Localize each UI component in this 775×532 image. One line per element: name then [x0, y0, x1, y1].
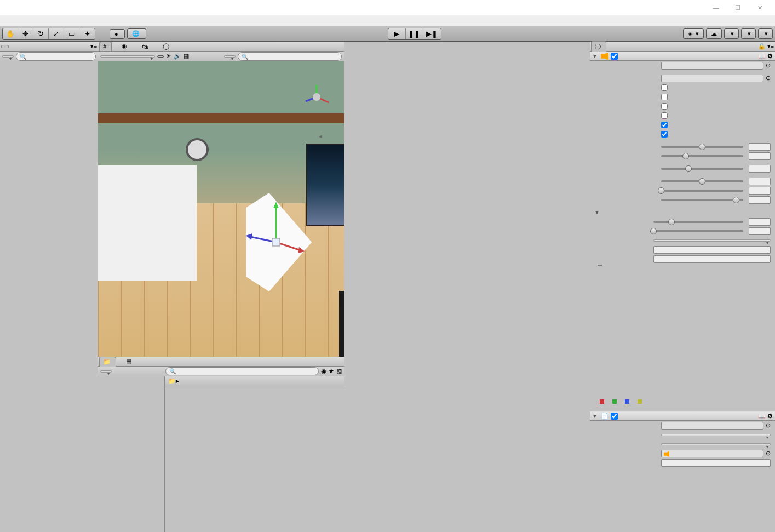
scene-element — [98, 165, 197, 281]
doppler-slider[interactable] — [653, 221, 743, 223]
project-folder-tree[interactable] — [98, 376, 165, 532]
scene-gizmos-dropdown[interactable] — [224, 55, 236, 58]
loop-checkbox[interactable] — [661, 131, 668, 138]
output-field[interactable] — [661, 75, 763, 82]
audio-curve-graph[interactable] — [590, 264, 775, 411]
min-distance-field[interactable] — [653, 246, 771, 254]
cloud-icon[interactable]: ☁ — [706, 28, 722, 39]
transform-tools: ✋ ✥ ↻ ⤢ ▭ ✦ — [2, 28, 95, 40]
project-filter-icon[interactable]: ◉ — [321, 368, 326, 375]
svg-marker-5 — [273, 202, 279, 208]
component-audio-source[interactable]: ▼ 📖 ⚙ — [590, 52, 775, 61]
layers-dropdown[interactable]: ▾ — [741, 28, 756, 39]
bypass-reverb-checkbox[interactable] — [661, 112, 668, 119]
scale-tool-icon[interactable]: ⤢ — [49, 28, 64, 39]
scene-shading-dropdown[interactable] — [100, 55, 155, 58]
account-dropdown[interactable]: ▾ — [724, 28, 739, 39]
scene-element — [98, 113, 344, 123]
tab-inspector[interactable]: ⓘ — [591, 41, 606, 52]
help-icon[interactable]: 📖 ⚙ — [758, 413, 773, 420]
rolloff-dropdown[interactable] — [653, 239, 771, 242]
component-vrc-audio-bank[interactable]: ▼📄 📖 ⚙ — [590, 411, 775, 421]
lock-icon[interactable]: 🔒 ▾≡ — [758, 43, 774, 50]
tab-hierarchy[interactable] — [1, 45, 9, 48]
project-breadcrumb[interactable]: 📁 ▸ — [165, 376, 344, 386]
play-awake-checkbox[interactable] — [661, 122, 668, 128]
playback-style-dropdown[interactable] — [661, 443, 771, 445]
pause-icon[interactable]: ❚❚ — [406, 28, 423, 39]
min-pitch-field[interactable] — [661, 459, 771, 467]
spatial-slider[interactable] — [661, 190, 743, 192]
reverb-slider[interactable] — [661, 199, 743, 201]
hierarchy-tree[interactable] — [0, 61, 98, 532]
pivot-toggle[interactable]: ● — [110, 29, 125, 39]
spatial-field[interactable] — [749, 187, 771, 195]
pitch-field[interactable] — [749, 165, 771, 173]
source-field[interactable] — [661, 450, 763, 457]
component-enable-checkbox[interactable] — [611, 413, 618, 420]
max-distance-field[interactable] — [653, 255, 771, 263]
project-search-input[interactable]: 🔍 — [165, 367, 319, 375]
volume-slider[interactable] — [661, 155, 743, 157]
menubar — [0, 15, 775, 26]
bypass-effects-checkbox[interactable] — [661, 94, 668, 100]
priority-slider[interactable] — [661, 146, 743, 148]
reverb-field[interactable] — [749, 196, 771, 204]
panel-menu-icon[interactable]: ▾≡ — [90, 43, 97, 50]
spread-slider[interactable] — [653, 230, 743, 232]
pitch-slider[interactable] — [661, 168, 743, 170]
hierarchy-create-dropdown[interactable] — [2, 55, 14, 58]
project-grid[interactable]: 📁 ▸ — [165, 376, 344, 532]
scene-element — [186, 138, 209, 161]
priority-field[interactable] — [749, 143, 771, 151]
global-toggle[interactable]: 🌐 — [127, 28, 146, 39]
play-icon[interactable]: ▶ — [388, 28, 406, 39]
hierarchy-tab-bar: ▾≡ — [0, 42, 98, 52]
spread-field[interactable] — [749, 227, 771, 235]
scene-audio-icon[interactable]: 🔊 — [174, 53, 181, 60]
move-tool-icon[interactable]: ✥ — [18, 28, 33, 39]
tab-animation[interactable]: ◯ — [159, 42, 174, 51]
rect-tool-icon[interactable]: ▭ — [64, 28, 79, 39]
hierarchy-search-input[interactable]: 🔍 — [16, 52, 96, 61]
object-picker-icon[interactable]: ⊙ — [766, 75, 771, 82]
scene-viewport[interactable]: ◂ — [98, 61, 344, 357]
tab-asset-store[interactable]: 🛍 — [139, 42, 153, 51]
hand-tool-icon[interactable]: ✋ — [3, 28, 18, 39]
component-enable-checkbox[interactable] — [611, 53, 618, 60]
stereo-slider[interactable] — [661, 180, 743, 182]
project-hidden-icon[interactable]: ▧ — [336, 368, 342, 375]
project-toolbar: 🔍 ◉ ★ ▧ — [98, 367, 344, 376]
layout-dropdown[interactable]: ▾ — [758, 28, 773, 39]
audioclip-field[interactable] — [661, 62, 763, 70]
tab-scene[interactable]: # — [99, 42, 112, 51]
transform-tool-icon[interactable]: ✦ — [79, 28, 95, 39]
step-icon[interactable]: ▶❚ — [423, 28, 441, 39]
close-icon[interactable]: ✕ — [749, 4, 771, 12]
move-gizmo-icon[interactable] — [246, 198, 306, 259]
mute-checkbox[interactable] — [661, 84, 668, 91]
bypass-listener-checkbox[interactable] — [661, 103, 668, 110]
maximize-icon[interactable]: ☐ — [727, 4, 749, 12]
tab-game[interactable]: ◉ — [118, 42, 132, 51]
playback-order-dropdown[interactable] — [661, 434, 771, 436]
tab-console[interactable]: ▤ — [123, 357, 136, 366]
scene-light-icon[interactable]: ☀ — [166, 53, 171, 60]
tab-project[interactable]: 📁 — [99, 357, 116, 367]
scene-search-input[interactable]: 🔍 — [238, 52, 342, 61]
help-icon[interactable]: 📖 ⚙ — [758, 53, 773, 60]
collab-dropdown[interactable]: ◈ ▾ — [683, 28, 704, 39]
orientation-gizmo-icon[interactable] — [300, 81, 333, 113]
project-save-icon[interactable]: ★ — [329, 368, 334, 375]
object-picker-icon[interactable]: ⊙ — [766, 62, 771, 69]
script-field — [661, 422, 763, 430]
stereo-field[interactable] — [749, 178, 771, 185]
volume-field[interactable] — [749, 152, 771, 160]
project-create-dropdown[interactable] — [100, 370, 112, 373]
scene-fx-icon[interactable]: ▦ — [183, 53, 189, 60]
rotate-tool-icon[interactable]: ↻ — [33, 28, 49, 39]
doppler-field[interactable] — [749, 218, 771, 226]
minimize-icon[interactable]: ― — [705, 4, 727, 11]
scene-2d-toggle[interactable] — [157, 55, 164, 58]
project-panel: 📁 ▤ 🔍 ◉ ★ ▧ 📁 ▸ — [98, 357, 344, 532]
